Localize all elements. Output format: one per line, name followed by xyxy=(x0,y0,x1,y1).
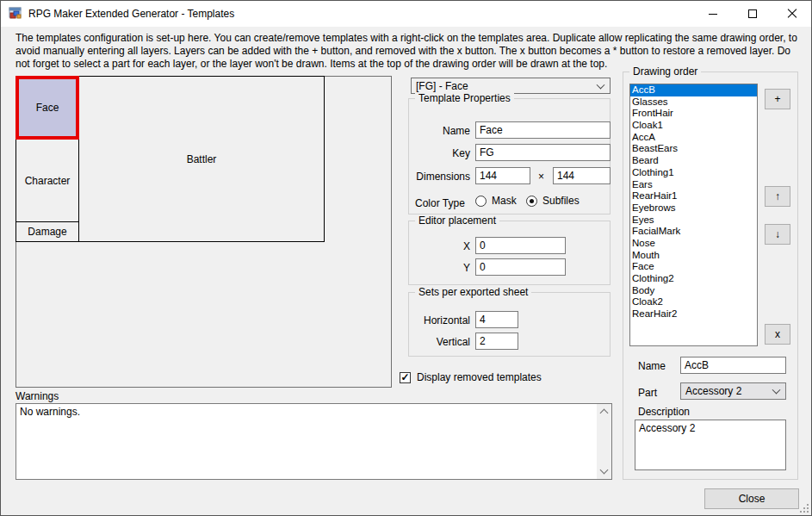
name-label: Name xyxy=(407,125,470,137)
minimize-button[interactable] xyxy=(693,1,732,27)
template-name-input[interactable]: Face xyxy=(475,121,611,139)
scroll-down-icon[interactable] xyxy=(600,466,609,475)
y-label: Y xyxy=(407,262,470,274)
drawing-order-item[interactable]: BeastEars xyxy=(630,143,757,155)
drawing-order-item[interactable]: FrontHair xyxy=(630,108,757,120)
chevron-down-icon xyxy=(597,80,605,89)
dimensions-label: Dimensions xyxy=(407,171,470,183)
template-box-face[interactable]: Face xyxy=(15,76,79,140)
minimize-icon xyxy=(709,14,717,15)
drawing-order-item[interactable]: Ears xyxy=(630,179,757,191)
description-label: Description xyxy=(638,406,690,418)
move-layer-up-button[interactable]: ↑ xyxy=(765,186,790,207)
window-title: RPG Maker Extended Generator - Templates xyxy=(28,8,234,20)
group-title: Editor placement xyxy=(415,214,499,227)
horizontal-sets-input[interactable]: 4 xyxy=(475,311,518,328)
template-select-value: [FG] - Face xyxy=(416,80,468,92)
dimension-height-input[interactable]: 144 xyxy=(553,167,611,184)
part-dropdown[interactable]: Accessory 2 xyxy=(680,382,786,400)
drawing-order-item[interactable]: Nose xyxy=(630,238,757,250)
subfiles-radio-label: Subfiles xyxy=(542,195,580,207)
placement-x-input[interactable]: 0 xyxy=(475,237,566,254)
drawing-order-item[interactable]: Cloak1 xyxy=(630,120,757,132)
vertical-sets-input[interactable]: 2 xyxy=(475,333,518,350)
warnings-textarea[interactable]: No warnings. xyxy=(15,403,612,480)
description-textarea[interactable]: Accessory 2 xyxy=(635,420,786,470)
warnings-scrollbar[interactable] xyxy=(597,404,611,479)
move-layer-down-button[interactable]: ↓ xyxy=(765,224,790,245)
mask-radio-label: Mask xyxy=(492,195,517,207)
template-box-damage[interactable]: Damage xyxy=(15,221,79,242)
close-button[interactable]: Close xyxy=(704,488,799,509)
remove-layer-button[interactable]: x xyxy=(765,324,790,345)
drawing-order-item[interactable]: Glasses xyxy=(630,96,757,109)
color-type-label: Color Type xyxy=(415,197,465,209)
part-label: Part xyxy=(638,387,657,399)
drawing-order-item[interactable]: Clothing1 xyxy=(630,167,757,179)
template-box-character[interactable]: Character xyxy=(15,139,79,222)
close-icon xyxy=(787,9,797,19)
chevron-down-icon xyxy=(772,386,781,395)
group-title: Drawing order xyxy=(629,65,701,78)
close-window-button[interactable] xyxy=(772,1,811,27)
template-box-label: Battler xyxy=(187,153,217,165)
drawing-order-item[interactable]: AccB xyxy=(630,84,757,96)
drawing-order-item[interactable]: Mouth xyxy=(630,250,757,262)
drawing-order-item[interactable]: AccA xyxy=(630,132,757,144)
key-label: Key xyxy=(407,147,470,159)
subfiles-radio[interactable]: Subfiles xyxy=(526,195,580,207)
dimensions-separator: × xyxy=(538,171,544,183)
x-label: X xyxy=(407,240,470,252)
drawing-order-item[interactable]: Eyes xyxy=(630,214,757,227)
template-box-label: Damage xyxy=(28,226,66,238)
drawing-order-item[interactable]: Cloak2 xyxy=(630,296,757,308)
app-window: RPG Maker Extended Generator - Templates… xyxy=(0,0,812,516)
drawing-order-item[interactable]: FacialMark xyxy=(630,226,757,238)
drawing-order-item[interactable]: Eyebrows xyxy=(630,202,757,214)
drawing-order-item[interactable]: Beard xyxy=(630,155,757,167)
titlebar: RPG Maker Extended Generator - Templates xyxy=(1,1,811,27)
drawing-order-listbox[interactable]: AccBGlassesFrontHairCloak1AccABeastEarsB… xyxy=(629,84,758,346)
app-icon xyxy=(9,7,22,21)
template-key-input[interactable]: FG xyxy=(475,144,611,161)
part-dropdown-value: Accessory 2 xyxy=(685,385,741,397)
display-removed-label: Display removed templates xyxy=(417,371,542,383)
group-title: Template Properties xyxy=(415,92,514,104)
radio-circle-icon xyxy=(475,196,487,207)
display-removed-checkbox[interactable]: ✓ Display removed templates xyxy=(400,371,542,383)
mask-radio[interactable]: Mask xyxy=(475,195,517,207)
add-layer-button[interactable]: + xyxy=(765,89,790,109)
vertical-label: Vertical xyxy=(407,336,470,348)
maximize-button[interactable] xyxy=(733,1,772,27)
layer-name-label: Name xyxy=(638,360,666,372)
drawing-order-item[interactable]: Body xyxy=(630,285,757,297)
checkbox-check-icon: ✓ xyxy=(400,372,411,383)
scroll-up-icon[interactable] xyxy=(600,409,609,418)
template-box-battler[interactable]: Battler xyxy=(78,76,325,242)
group-title: Sets per exported sheet xyxy=(415,286,531,298)
maximize-icon xyxy=(748,9,757,18)
warnings-label: Warnings xyxy=(15,390,59,402)
template-box-label: Face xyxy=(36,102,59,114)
templates-canvas[interactable]: Face Character Damage Battler xyxy=(15,76,392,388)
layer-name-input[interactable]: AccB xyxy=(680,357,786,374)
radio-circle-icon xyxy=(526,196,537,207)
drawing-order-item[interactable]: Clothing2 xyxy=(630,273,757,285)
drawing-order-item[interactable]: Face xyxy=(630,261,757,273)
drawing-order-item[interactable]: RearHair2 xyxy=(630,308,757,320)
drawing-order-item[interactable]: RearHair1 xyxy=(630,190,757,202)
resize-grip-icon[interactable] xyxy=(800,504,809,513)
warnings-text: No warnings. xyxy=(20,406,80,418)
dimension-width-input[interactable]: 144 xyxy=(475,167,530,184)
horizontal-label: Horizontal xyxy=(407,314,470,326)
placement-y-input[interactable]: 0 xyxy=(475,258,566,276)
template-box-label: Character xyxy=(25,175,71,187)
